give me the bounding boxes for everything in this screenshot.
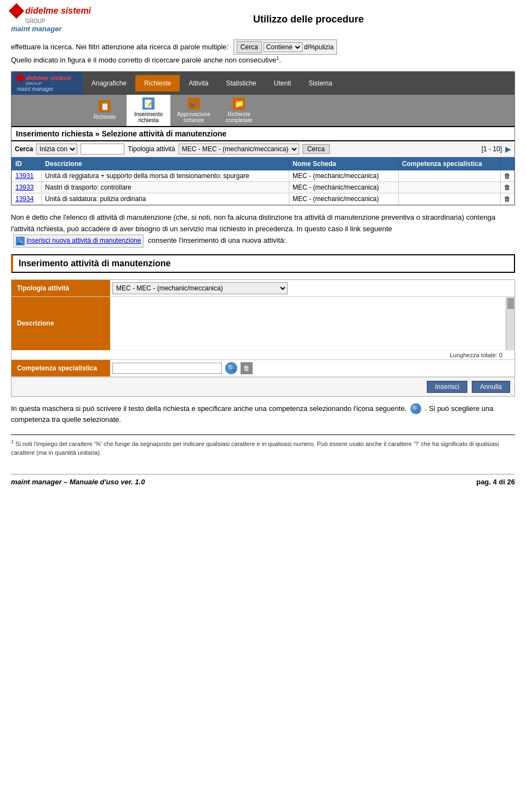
row-nome-scheda: MEC - (mechanic/meccanica) xyxy=(289,170,399,181)
logo-area: didelme sistemi GROUP maint manager xyxy=(11,5,91,33)
tipologia-form-label: Tipologia attività xyxy=(12,280,110,296)
row-competenza xyxy=(398,193,500,204)
form-row-tipologia: Tipologia attività MEC - MEC - (mechanic… xyxy=(12,280,514,297)
nav-item-anagrafiche[interactable]: Anagrafiche xyxy=(83,75,135,92)
competenza-input[interactable] xyxy=(112,363,222,374)
row-action-icon[interactable]: 🗑 xyxy=(501,181,514,193)
nav-item-utenti[interactable]: Utenti xyxy=(265,75,300,92)
row-nome-scheda: MEC - (mechanic/meccanica) xyxy=(289,181,399,193)
filter-bar: Cerca Contiene di%pulizia xyxy=(233,39,337,55)
app-logo-top-row: didelme sistemi xyxy=(17,75,77,81)
form-actions: Inserisci Annulla xyxy=(12,377,514,396)
competenza-search-icon[interactable]: 🔍 xyxy=(225,362,237,374)
subnav-completate-label: Richiestecompletate xyxy=(226,111,253,123)
row-action-icon[interactable]: 🗑 xyxy=(501,170,514,181)
body-text-2: In questa maschera si può scrivere il te… xyxy=(11,403,515,426)
page-title: Utilizzo delle procedure xyxy=(253,14,364,25)
breadcrumb: Inserimento richiesta » Selezione attivi… xyxy=(12,126,514,141)
table-row: 13933 Nastri di trasporto: controllare M… xyxy=(12,181,514,193)
competenza-delete-icon[interactable]: 🗑 xyxy=(241,362,253,374)
descrizione-form-label: Descrizione xyxy=(12,297,110,350)
logo-diamond-icon xyxy=(9,3,24,19)
page-title-area: Utilizzo delle procedure xyxy=(102,14,515,25)
insertion-section-title: Inserimento attività di manutenzione xyxy=(11,254,515,273)
insert-activity-icon: 🔧 xyxy=(16,237,25,245)
col-descrizione: Descrizione xyxy=(42,157,289,170)
col-nome-scheda: Nome Scheda xyxy=(289,157,399,170)
body-text-1: Non è detto che l'elenco di attività di … xyxy=(11,212,515,248)
row-id[interactable]: 13933 xyxy=(12,181,42,193)
tipologia-form-select[interactable]: MEC - MEC - (mechanic/meccanica) xyxy=(112,282,288,294)
pagination-info: [1 - 10] xyxy=(482,145,502,153)
row-action-icon[interactable]: 🗑 xyxy=(501,193,514,204)
intro-line1: effettuare la ricerca. Nei filtri attenz… xyxy=(11,39,515,55)
form-row-descrizione-inner: Descrizione xyxy=(12,297,514,350)
footer-page: pag. 4 di 26 xyxy=(476,478,515,486)
subnav-approvazione-label: Approvazionerichieste xyxy=(177,111,210,123)
richieste-icon: 📋 xyxy=(99,100,111,112)
nav-menu-items: Anagrafiche Richieste Attività Statistic… xyxy=(83,72,514,95)
nav-item-attivita[interactable]: Attività xyxy=(180,75,217,92)
app-subnav: 📋 Richieste 📝 Inserimentorichiesta ✔️ Ap… xyxy=(12,95,514,126)
tipologia-select[interactable]: MEC - MEC - (mechanic/meccanica) xyxy=(179,144,299,155)
body-para-2: In questa maschera si può scrivere il te… xyxy=(11,403,515,426)
subnav-richieste-label: Richieste xyxy=(93,114,116,120)
app-logo-nav: didelme sistemi GROUP maint manager xyxy=(12,72,83,95)
approvazione-icon: ✔️ xyxy=(188,98,200,110)
subnav-approvazione[interactable]: ✔️ Approvazionerichieste xyxy=(170,95,217,126)
subnav-inserimento[interactable]: 📝 Inserimentorichiesta xyxy=(127,95,170,126)
page-footer: maint manager – Manuale d'uso ver. 1.0 p… xyxy=(11,474,515,486)
competenza-form-label: Competenza specialistica xyxy=(12,360,110,376)
logo-group-text: GROUP xyxy=(25,18,45,24)
subnav-completate[interactable]: 📁 Richiestecompletate xyxy=(217,95,261,126)
activity-table: ID Descrizione Nome Scheda Competenza sp… xyxy=(12,157,514,205)
pagination-next-icon[interactable]: ▶ xyxy=(505,145,511,153)
subnav-inserimento-label: Inserimentorichiesta xyxy=(134,111,163,123)
cerca-button[interactable]: Cerca xyxy=(302,144,330,154)
row-id[interactable]: 13934 xyxy=(12,193,42,204)
page-header: didelme sistemi GROUP maint manager Util… xyxy=(11,5,515,33)
nav-logo-maint: maint manager xyxy=(17,86,77,92)
body-para-1: Non è detto che l'elenco di attività di … xyxy=(11,212,515,248)
char-count: Lunghezza totale: 0 xyxy=(12,350,514,359)
subnav-richieste[interactable]: 📋 Richieste xyxy=(83,95,127,126)
footnote-section: 1 Si noti l'impiego del carattere '%' ch… xyxy=(11,434,515,458)
cerca-label: Cerca xyxy=(15,145,33,153)
form-row-descrizione: Descrizione Lunghezza totale: 0 xyxy=(12,297,514,360)
insert-activity-link[interactable]: 🔧 Inserisci nuova attività di manutenzio… xyxy=(13,235,144,247)
annulla-button[interactable]: Annulla xyxy=(472,381,510,393)
footer-title: maint manager – Manuale d'uso ver. 1.0 xyxy=(11,478,145,486)
seguente-text: seguente xyxy=(363,225,392,233)
row-nome-scheda: MEC - (mechanic/meccanica) xyxy=(289,193,399,204)
col-competenza: Competenza specialistica xyxy=(398,157,500,170)
filter-contiene-select[interactable]: Contiene xyxy=(264,42,302,52)
descrizione-textarea[interactable] xyxy=(111,298,505,347)
scroll-thumb xyxy=(507,298,514,309)
tipologia-label: Tipologia attività xyxy=(128,145,175,153)
search-bar: Cerca Inizia con Contiene Tipologia atti… xyxy=(12,141,514,157)
nav-item-statistiche[interactable]: Statistiche xyxy=(217,75,265,92)
nav-logo-didelme: didelme sistemi xyxy=(26,75,71,81)
inserisci-button[interactable]: Inserisci xyxy=(427,381,467,393)
search-type-select[interactable]: Inizia con Contiene xyxy=(36,144,77,155)
insertion-form: Tipologia attività MEC - MEC - (mechanic… xyxy=(11,279,515,397)
filter-cerca-label: Cerca xyxy=(237,41,262,53)
nav-diamond-icon xyxy=(16,73,25,82)
descrizione-form-textarea-container xyxy=(110,297,514,350)
filter-value: di%pulizia xyxy=(304,42,334,52)
scroll-indicator xyxy=(506,297,514,350)
nav-item-sistema[interactable]: Sistema xyxy=(300,75,341,92)
competenza-search-inline-icon[interactable]: 🔍 xyxy=(410,403,421,414)
competenza-form-control: 🔍 🗑 xyxy=(110,360,514,376)
intro-section: effettuare la ricerca. Nei filtri attenz… xyxy=(11,39,515,66)
nav-item-richieste[interactable]: Richieste xyxy=(135,75,180,92)
logo-maint-text: maint manager xyxy=(11,25,61,33)
inserimento-icon: 📝 xyxy=(142,98,155,110)
row-competenza xyxy=(398,181,500,193)
tipologia-form-control: MEC - MEC - (mechanic/meccanica) xyxy=(110,280,514,296)
col-id: ID xyxy=(12,157,42,170)
row-id[interactable]: 13931 xyxy=(12,170,42,181)
search-input[interactable] xyxy=(81,144,124,155)
app-screenshot: didelme sistemi GROUP maint manager Anag… xyxy=(11,71,515,205)
table-row: 13931 Unità di reggiatura + supporto del… xyxy=(12,170,514,181)
